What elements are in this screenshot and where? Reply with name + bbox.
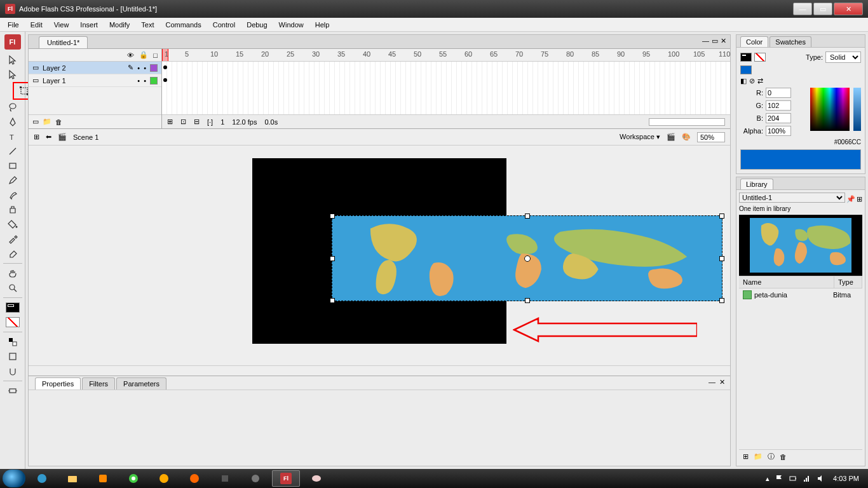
text-tool[interactable]: T [4,130,21,144]
tab-properties[interactable]: Properties [35,377,81,390]
options-icon[interactable] [4,349,21,363]
properties-icon[interactable]: ⓘ [768,452,775,461]
menu-insert[interactable]: Insert [75,19,103,30]
taskbar-media[interactable] [89,470,117,487]
edit-scene-dropdown-icon[interactable]: 🎨 [682,133,691,141]
menu-window[interactable]: Window [274,19,309,30]
stage[interactable] [29,146,730,365]
edit-symbols-icon[interactable]: 🎬 [667,133,675,141]
tray-clock[interactable]: 4:03 PM [833,475,859,482]
blue-input[interactable] [766,113,791,123]
resize-handle[interactable] [525,298,530,303]
new-folder-icon[interactable]: 📁 [43,118,51,126]
bw-swap-icon[interactable] [4,335,21,349]
new-folder-icon[interactable]: 📁 [754,452,763,461]
frame-grid[interactable] [162,62,730,114]
taskbar-explorer[interactable] [58,470,86,487]
frame-ruler[interactable]: 1 5 10 15 20 25 30 35 40 45 50 55 60 65 … [162,49,730,62]
fill-color-swatch[interactable] [740,65,752,74]
menu-modify[interactable]: Modify [104,19,135,30]
taskbar-app2[interactable] [211,470,239,487]
green-input[interactable] [766,100,791,111]
timeline-scrollbar[interactable] [649,118,725,126]
pin-library-icon[interactable]: 📌 [846,195,855,203]
eyedropper-tool[interactable] [4,232,21,246]
maximize-button[interactable]: ▭ [813,3,832,15]
eraser-tool[interactable] [4,247,21,261]
pen-tool[interactable] [4,115,21,129]
new-symbol-icon[interactable]: ⊞ [743,452,749,461]
onion-skin-icon[interactable]: ⊞ [167,118,173,126]
zoom-select[interactable]: 50% [697,132,725,142]
resize-handle[interactable] [330,214,335,219]
resize-handle[interactable] [719,298,724,303]
taskbar-flash[interactable]: Fl [272,470,300,487]
menu-control[interactable]: Control [208,19,240,30]
tab-library[interactable]: Library [740,179,773,189]
visibility-icon[interactable]: 👁 [127,51,134,59]
rectangle-tool[interactable] [4,159,21,173]
onion-outlines-icon[interactable]: ⊡ [180,118,186,126]
tab-parameters[interactable]: Parameters [116,377,166,390]
value-slider[interactable] [853,88,861,131]
transform-center[interactable] [524,255,531,262]
no-color-swatch[interactable] [754,53,766,62]
fill-type-select[interactable]: Solid [825,51,861,63]
keyframe-icon[interactable] [163,65,167,69]
resize-handle[interactable] [719,256,724,261]
selection-tool[interactable] [4,53,21,67]
menu-debug[interactable]: Debug [241,19,272,30]
lock-icon[interactable]: 🔒 [139,51,148,59]
scene-name[interactable]: Scene 1 [73,133,98,141]
new-library-icon[interactable]: ⊞ [857,195,862,203]
resize-handle[interactable] [330,256,335,261]
tray-up-icon[interactable]: ▴ [766,475,770,483]
hand-tool[interactable] [4,266,21,280]
resize-handle[interactable] [525,214,530,219]
selected-bitmap[interactable] [332,215,722,301]
new-layer-icon[interactable]: ▭ [32,118,39,126]
menu-help[interactable]: Help [310,19,335,30]
tab-swatches[interactable]: Swatches [770,36,811,47]
resize-handle[interactable] [719,214,724,219]
minimize-button[interactable]: — [793,3,812,15]
tray-flag-icon[interactable] [775,474,783,483]
taskbar-ie[interactable] [28,470,56,487]
tray-network-icon[interactable] [803,474,811,483]
library-item[interactable]: peta-dunia Bitma [739,288,862,301]
ink-bottle-tool[interactable] [4,203,21,217]
brush-tool[interactable] [4,188,21,202]
taskbar-firefox[interactable] [180,470,208,487]
zoom-tool[interactable] [4,281,21,295]
pencil-tool[interactable] [4,173,21,187]
start-button[interactable] [3,470,25,487]
taskbar-paint[interactable] [302,470,330,487]
lasso-tool[interactable] [4,100,21,114]
menu-file[interactable]: File [3,19,24,30]
edit-scene-icon[interactable]: ⊞ [34,133,39,141]
resize-handle[interactable] [330,298,335,303]
tray-volume-icon[interactable] [817,474,825,483]
taskbar-app3[interactable] [241,470,269,487]
workspace-dropdown[interactable]: Workspace ▾ [620,133,660,141]
red-input[interactable] [766,88,791,98]
tab-filters[interactable]: Filters [82,377,115,390]
doc-restore-icon[interactable]: ▭ [712,37,718,45]
subselection-tool[interactable] [4,67,21,81]
bw-icon[interactable]: ◧ [740,77,747,85]
tab-color[interactable]: Color [740,36,768,47]
fill-color[interactable] [4,315,21,329]
swap-colors-icon[interactable]: ⇄ [757,77,763,85]
nocolor-icon[interactable]: ⊘ [749,77,755,85]
layer-color[interactable] [150,77,158,85]
back-icon[interactable]: ⬅ [46,133,51,141]
paint-bucket-tool[interactable] [4,217,21,231]
stroke-color[interactable] [4,301,21,315]
layer-color[interactable] [150,64,158,72]
doc-close-icon[interactable]: ✕ [721,37,726,45]
horizontal-scrollbar[interactable] [29,365,730,376]
onion-markers-icon[interactable]: [·] [207,118,213,126]
library-header-name[interactable]: Name [739,276,834,288]
menu-commands[interactable]: Commands [160,19,206,30]
line-tool[interactable] [4,144,21,158]
